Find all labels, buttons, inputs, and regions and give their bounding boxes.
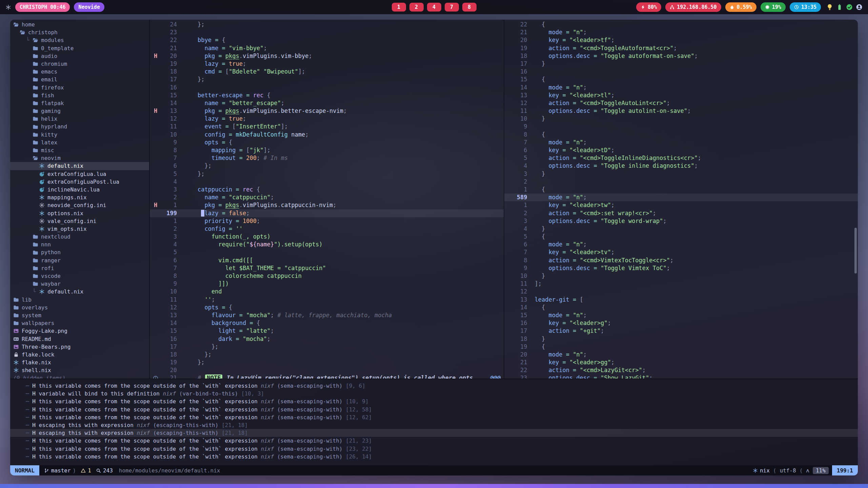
code-line[interactable]: 12 lazy = true;: [150, 115, 504, 123]
code-line[interactable]: 9 options.desc = "Toggle Vimtex ToC";: [504, 264, 858, 272]
tree-item[interactable]: vale_config.ini: [10, 217, 149, 225]
tree-item[interactable]: neovim: [10, 154, 149, 162]
tree-item[interactable]: waybar: [10, 280, 149, 288]
status-pill-chip[interactable]: 19%: [761, 2, 786, 12]
status-pill-lan[interactable]: 192.168.86.50: [665, 2, 721, 12]
tree-item[interactable]: rofi: [10, 264, 149, 272]
code-line[interactable]: 19 {: [504, 343, 858, 351]
code-line[interactable]: H20 pkg = pkgs.vimPlugins.vim-bbye;: [150, 52, 504, 60]
code-line[interactable]: 18 };: [150, 351, 504, 359]
code-line[interactable]: 14 {: [504, 304, 858, 311]
tree-item[interactable]: nextcloud: [10, 233, 149, 241]
tree-item[interactable]: 0_template: [10, 44, 149, 52]
diagnostic-row[interactable]: ─ H escaping this with expression nixf (…: [10, 429, 858, 437]
code-line[interactable]: 22 bbye = {: [150, 36, 504, 44]
code-line[interactable]: 10 end: [150, 288, 504, 296]
code-line[interactable]: 5: [150, 248, 504, 256]
code-line[interactable]: 3 }: [504, 170, 858, 178]
code-line[interactable]: 9 opts = {: [150, 139, 504, 146]
tree-item[interactable]: gaming: [10, 107, 149, 115]
code-line[interactable]: 3 function(_, opts): [150, 233, 504, 241]
git-branch[interactable]: master ): [44, 467, 76, 474]
tree-item[interactable]: nnn: [10, 241, 149, 248]
code-line[interactable]: 4 options.desc = "Toggle inline diagnost…: [504, 162, 858, 170]
workspace-button[interactable]: 4: [427, 3, 441, 12]
editor-pane-right[interactable]: 22 {21 mode = "n";20 key = "<leader>tf";…: [504, 20, 858, 379]
code-line[interactable]: H13 pkg = pkgs.vimPlugins.better-escape-…: [150, 107, 504, 115]
code-line[interactable]: 15 light = "latte";: [150, 327, 504, 335]
tree-item[interactable]: helix: [10, 115, 149, 123]
workspace-button[interactable]: 8: [462, 3, 477, 12]
code-line[interactable]: 17 }: [504, 60, 858, 68]
tree-item[interactable]: vscode: [10, 272, 149, 280]
code-line[interactable]: 14 name = "better_escape";: [150, 99, 504, 107]
code-line[interactable]: 14 mode = "n";: [504, 84, 858, 92]
code-line[interactable]: 7 let $BAT_THEME = "catppuccin": [150, 264, 504, 272]
code-line[interactable]: 8 action = "<cmd>VimtexTocToggle<cr>";: [504, 257, 858, 264]
file-explorer[interactable]: homechristoph└ modules0_templateaudiochr…: [10, 20, 149, 379]
code-line[interactable]: 18 options.desc = "Toggle autoformat-on-…: [504, 52, 858, 60]
code-line[interactable]: 15 better-escape = rec {: [150, 92, 504, 99]
tray-user-icon[interactable]: [856, 4, 863, 11]
tree-item[interactable]: firefox: [10, 84, 149, 92]
code-line[interactable]: 22 {: [504, 21, 858, 28]
tree-item[interactable]: email: [10, 76, 149, 83]
code-line[interactable]: 14 background = {: [150, 319, 504, 327]
diagnostic-row[interactable]: ─ H this variable comes from the scope o…: [10, 406, 858, 413]
workspace-button[interactable]: 1: [392, 3, 406, 12]
code-line[interactable]: 20 key = "<leader>tf";: [504, 36, 858, 44]
tree-item[interactable]: python: [10, 248, 149, 256]
code-line[interactable]: 1 {: [504, 186, 858, 194]
code-line[interactable]: 8 {: [504, 131, 858, 139]
code-line[interactable]: 21 mode = "n";: [504, 28, 858, 36]
code-line[interactable]: 20: [150, 366, 504, 374]
workspace-button[interactable]: 2: [409, 3, 424, 12]
scrollbar-thumb[interactable]: [854, 228, 857, 273]
tree-item[interactable]: latex: [10, 139, 149, 146]
code-line[interactable]: 1 key = "<leader>tw";: [504, 201, 858, 209]
code-line[interactable]: 17 action = "+git";: [504, 327, 858, 335]
status-pill-clock[interactable]: 13:35: [790, 2, 821, 12]
tree-item[interactable]: Foggy-Lake.png: [10, 327, 149, 335]
tree-item[interactable]: audio: [10, 52, 149, 60]
workspace-button[interactable]: 7: [445, 3, 459, 12]
tree-item[interactable]: home: [10, 21, 149, 28]
tree-item[interactable]: extraConfigLuaPost.lua: [10, 178, 149, 186]
code-line[interactable]: 3 options.desc = "Toggle word-wrap";: [504, 217, 858, 225]
status-pill-bolt[interactable]: 80%: [636, 2, 661, 12]
code-line[interactable]: 199 lazy = false;: [150, 209, 504, 217]
tree-item[interactable]: extraConfigLua.lua: [10, 170, 149, 178]
code-line[interactable]: 7 mode = "n";: [504, 139, 858, 146]
code-line[interactable]: 4: [150, 178, 504, 186]
code-line[interactable]: 18 }: [504, 335, 858, 343]
code-line[interactable]: 2 config = '': [150, 225, 504, 233]
code-line[interactable]: 11];: [504, 280, 858, 288]
code-line[interactable]: 19 lazy = true;: [150, 60, 504, 68]
code-line[interactable]: 17 };: [150, 343, 504, 351]
tray-bulb-icon[interactable]: [826, 4, 833, 11]
code-line[interactable]: 7 timeout = 200; # In ms: [150, 154, 504, 162]
tree-item[interactable]: flatpak: [10, 99, 149, 107]
code-line[interactable]: 21 # NOTE In LazyVim require("clang_exte…: [150, 374, 504, 379]
code-line[interactable]: 11 event = ["InsertEnter"];: [150, 123, 504, 130]
tree-item[interactable]: kitty: [10, 131, 149, 139]
code-line[interactable]: 1 priority = 1000;: [150, 217, 504, 225]
code-line[interactable]: 10 }: [504, 272, 858, 280]
tree-item[interactable]: wallpapers: [10, 319, 149, 327]
tree-item[interactable]: flake.nix: [10, 359, 149, 366]
tree-item[interactable]: emacs: [10, 68, 149, 76]
user-session-badge[interactable]: CHRISTOPH 00:46: [15, 2, 70, 12]
diagnostic-warning-count[interactable]: 1: [81, 467, 91, 474]
tree-item[interactable]: Three-Bears.png: [10, 343, 149, 351]
code-line[interactable]: 11 '';: [150, 296, 504, 304]
tree-item[interactable]: └ modules: [10, 36, 149, 44]
code-line[interactable]: 10 }: [504, 115, 858, 123]
tree-item[interactable]: README.md: [10, 335, 149, 343]
code-line[interactable]: 18 cmd = ["Bdelete" "Bwipeout"];: [150, 68, 504, 76]
tree-item[interactable]: christoph: [10, 28, 149, 36]
tree-item[interactable]: neovide_config.ini: [10, 201, 149, 209]
diagnostic-row[interactable]: ─ H escaping this with expression nixf (…: [10, 421, 858, 429]
code-line[interactable]: 8 mapping = ["jk"];: [150, 146, 504, 154]
tree-item[interactable]: vim_opts.nix: [10, 225, 149, 233]
code-line[interactable]: 12 action = "<cmd>ToggleAutoLint<cr>";: [504, 99, 858, 107]
